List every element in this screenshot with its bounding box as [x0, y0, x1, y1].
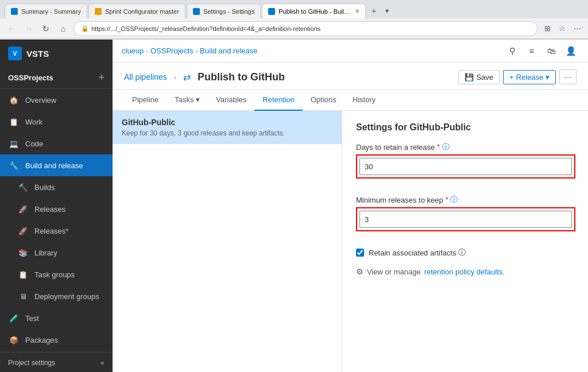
gear-icon: ⚙: [356, 267, 363, 276]
reload-button[interactable]: ↻: [39, 22, 53, 36]
browser-toolbar-icons: ⊞ ☆ ⋯: [541, 22, 583, 35]
sidebar-item-build-release[interactable]: 🔧 Build and release: [0, 154, 113, 176]
tab-sprint[interactable]: Sprint Configurator master: [88, 3, 185, 18]
library-icon: 📚: [17, 247, 29, 258]
env-name: GitHub-Public: [122, 118, 332, 127]
days-retain-required: *: [437, 143, 440, 151]
left-panel: GitHub-Public Keep for 30 days, 3 good r…: [113, 111, 342, 372]
two-col-layout: GitHub-Public Keep for 30 days, 3 good r…: [113, 111, 588, 372]
days-retain-input[interactable]: [359, 158, 572, 175]
tab-tasks[interactable]: Tasks ▾: [167, 90, 208, 111]
release-button[interactable]: + Release ▾: [503, 70, 556, 84]
env-item-github-public[interactable]: GitHub-Public Keep for 30 days, 3 good r…: [113, 111, 342, 144]
cast-icon[interactable]: ⊞: [541, 22, 554, 35]
save-icon: 💾: [465, 73, 474, 82]
retention-policy-link[interactable]: retention policy defaults.: [424, 268, 505, 276]
sidebar-item-task-groups[interactable]: 📋 Task groups: [0, 264, 113, 285]
breadcrumb-clueup[interactable]: clueup: [122, 46, 144, 55]
breadcrumb-build-release[interactable]: Build and release: [200, 46, 257, 55]
save-button[interactable]: 💾 Save: [458, 70, 500, 84]
days-retain-validation-box: [356, 154, 575, 179]
menu-icon[interactable]: ≡: [524, 43, 540, 59]
sidebar-item-releases-star[interactable]: 🚀 Releases*: [0, 220, 113, 242]
right-panel: Settings for GitHub-Public Days to retai…: [342, 111, 588, 372]
min-releases-label: Minimum releases to keep * ⓘ: [356, 195, 574, 205]
min-releases-validation-box: [356, 207, 575, 231]
project-settings-link[interactable]: Project settings: [8, 359, 55, 367]
sidebar-item-packages[interactable]: 📦 Packages: [0, 329, 113, 351]
tab-options[interactable]: Options: [303, 90, 345, 111]
env-description: Keep for 30 days, 3 good releases and ke…: [122, 129, 332, 137]
back-button[interactable]: ←: [5, 22, 18, 36]
min-releases-group: Minimum releases to keep * ⓘ: [356, 195, 574, 238]
new-tab-button[interactable]: +: [367, 4, 381, 18]
topbar-search: ⚲: [504, 43, 520, 59]
settings-icon[interactable]: ⋯: [571, 22, 583, 35]
sidebar-nav: 🏠 Overview 📋 Work 💻 Code 🔧 Build and rel…: [0, 89, 113, 352]
forward-button[interactable]: →: [22, 22, 36, 36]
min-releases-info-icon[interactable]: ⓘ: [450, 195, 458, 205]
sidebar-item-overview[interactable]: 🏠 Overview: [0, 89, 113, 111]
sidebar-item-deployment-groups[interactable]: 🖥 Deployment groups: [0, 285, 113, 307]
tab-history[interactable]: History: [345, 90, 384, 111]
task-groups-icon: 📋: [17, 269, 29, 280]
app-layout: V VSTS OSSProjects + 🏠 Overview 📋 Work 💻…: [0, 40, 588, 372]
tab-variables[interactable]: Variables: [208, 90, 254, 111]
retain-artifacts-info-icon[interactable]: ⓘ: [458, 247, 466, 258]
org-name: OSSProjects: [8, 73, 53, 82]
bookmark-icon[interactable]: ☆: [556, 22, 568, 35]
page-actions: 💾 Save + Release ▾ ···: [458, 69, 577, 84]
days-retain-group: Days to retain a release * ⓘ: [356, 142, 574, 185]
tab-summary[interactable]: Summary - Summary: [5, 3, 87, 18]
app-name: VSTS: [26, 49, 49, 59]
app-logo: V: [8, 46, 22, 60]
releases-icon: 🚀: [17, 203, 29, 215]
topbar: clueup › OSSProjects › Build and release…: [113, 40, 588, 63]
sidebar-item-work[interactable]: 📋 Work: [0, 111, 113, 133]
pipeline-title: Publish to GitHub: [198, 71, 285, 83]
tab-more-icon[interactable]: ▾: [385, 7, 389, 15]
retain-artifacts-checkbox[interactable]: [356, 249, 364, 257]
all-pipelines-link[interactable]: All pipelines: [124, 72, 167, 82]
sidebar-footer: Project settings «: [0, 352, 113, 372]
releases-star-icon: 🚀: [17, 225, 29, 237]
min-releases-input[interactable]: [359, 211, 572, 228]
sidebar-item-library[interactable]: 📚 Library: [0, 242, 113, 264]
tab-pipeline[interactable]: Pipeline: [124, 90, 167, 111]
sidebar-collapse-icon[interactable]: «: [100, 358, 105, 367]
browser-chrome: Summary - Summary Sprint Configurator ma…: [0, 0, 588, 40]
breadcrumb-sep-2: ›: [195, 48, 198, 55]
tabs-bar: Pipeline Tasks ▾ Variables Retention Opt…: [113, 90, 588, 111]
tab-retention[interactable]: Retention: [254, 90, 303, 111]
tab-close-icon[interactable]: ✕: [355, 8, 359, 14]
release-dropdown-icon[interactable]: ▾: [546, 73, 550, 82]
breadcrumb-ossprojects[interactable]: OSSProjects: [150, 46, 193, 55]
build-release-icon: 🔧: [8, 160, 20, 171]
browser-nav: ← → ↻ ⌂ 🔒 https://.../_OSSProjects/_rele…: [0, 18, 588, 39]
tab-publish[interactable]: Publish to GitHub - Buil... ✕: [262, 3, 366, 18]
basket-icon[interactable]: 🛍: [543, 43, 559, 59]
avatar-icon[interactable]: 👤: [563, 43, 579, 59]
page-header: All pipelines › ⇄ Publish to GitHub 💾 Sa…: [113, 63, 588, 90]
sidebar-item-builds[interactable]: 🔨 Builds: [0, 176, 113, 198]
sidebar-item-test[interactable]: 🧪 Test: [0, 307, 113, 329]
days-retain-info-icon[interactable]: ⓘ: [442, 142, 450, 152]
add-org-button[interactable]: +: [98, 72, 105, 84]
home-button[interactable]: ⌂: [56, 22, 70, 36]
sidebar-app-header: V VSTS: [0, 40, 113, 67]
min-releases-required: *: [446, 196, 448, 204]
packages-icon: 📦: [8, 334, 20, 346]
sidebar-item-releases[interactable]: 🚀 Releases: [0, 198, 113, 220]
pipeline-icon: ⇄: [183, 72, 191, 83]
more-actions-button[interactable]: ···: [559, 69, 577, 84]
breadcrumb-sep-1: ›: [146, 48, 148, 55]
address-bar[interactable]: 🔒 https://.../_OSSProjects/_releaseDefin…: [74, 21, 537, 36]
retain-artifacts-row: Retain associated artifacts ⓘ: [356, 247, 574, 258]
main-content: clueup › OSSProjects › Build and release…: [113, 40, 588, 372]
sidebar: V VSTS OSSProjects + 🏠 Overview 📋 Work 💻…: [0, 40, 113, 372]
sidebar-item-code[interactable]: 💻 Code: [0, 133, 113, 154]
tab-settings[interactable]: Settings - Settings: [187, 3, 261, 18]
builds-icon: 🔨: [17, 181, 29, 193]
code-icon: 💻: [8, 138, 20, 149]
search-icon[interactable]: ⚲: [504, 43, 520, 59]
